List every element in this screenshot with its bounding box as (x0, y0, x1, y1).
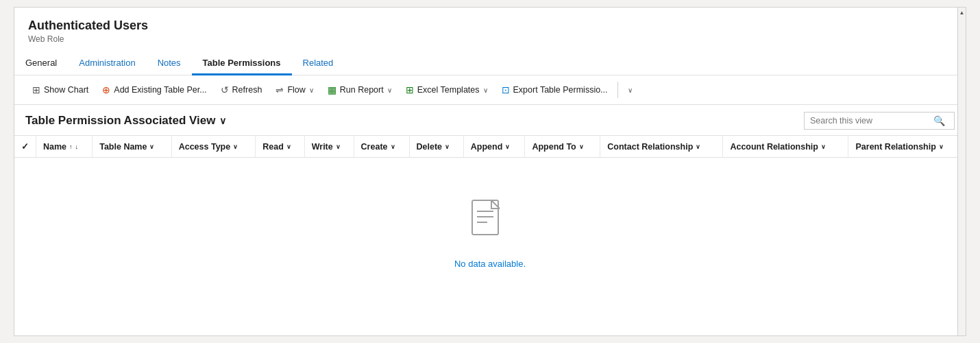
delete-chevron-icon: ∨ (445, 143, 450, 150)
show-chart-icon: ⊞ (32, 84, 40, 95)
export-table-button[interactable]: ⊡ Export Table Permissio... (495, 81, 615, 99)
check-icon: ✓ (21, 141, 29, 152)
view-title-chevron-icon[interactable]: ∨ (219, 115, 226, 126)
table-name-chevron-icon: ∨ (149, 143, 154, 150)
refresh-button[interactable]: ↺ Refresh (214, 81, 269, 99)
toolbar-separator (617, 82, 618, 98)
run-report-button[interactable]: ▦ Run Report ∨ (321, 81, 399, 99)
col-append-to[interactable]: Append To ∨ (525, 136, 600, 158)
col-delete[interactable]: Delete ∨ (409, 136, 463, 158)
create-chevron-icon: ∨ (391, 143, 395, 150)
col-create[interactable]: Create ∨ (354, 136, 409, 158)
account-rel-chevron-icon: ∨ (821, 143, 826, 150)
refresh-label: Refresh (232, 85, 262, 95)
flow-button[interactable]: ⇌ Flow ∨ (269, 81, 320, 99)
toolbar: ⊞ Show Chart ⊕ Add Existing Table Per...… (14, 75, 966, 105)
more-chevron-icon: ∨ (628, 86, 633, 94)
read-chevron-icon: ∨ (286, 143, 291, 150)
col-table-name[interactable]: Table Name ∨ (93, 136, 172, 158)
export-icon: ⊡ (502, 84, 510, 95)
run-report-icon: ▦ (328, 84, 336, 95)
excel-templates-button[interactable]: ⊞ Excel Templates ∨ (399, 81, 495, 99)
excel-templates-icon: ⊞ (406, 84, 414, 95)
tab-related[interactable]: Related (292, 52, 345, 75)
flow-label: Flow (287, 85, 305, 95)
run-report-chevron-icon: ∨ (387, 86, 392, 94)
tab-table-permissions[interactable]: Table Permissions (192, 52, 292, 75)
tab-general[interactable]: General (14, 52, 68, 75)
entity-subtitle: Web Role (28, 34, 952, 44)
run-report-label: Run Report (340, 85, 384, 95)
more-button[interactable]: ∨ (621, 83, 639, 97)
col-append[interactable]: Append ∨ (463, 136, 525, 158)
add-existing-button[interactable]: ⊕ Add Existing Table Per... (95, 81, 213, 99)
col-account-relationship[interactable]: Account Relationship ∨ (723, 136, 848, 158)
view-title: Table Permission Associated View ∨ (25, 114, 226, 128)
append-chevron-icon: ∨ (505, 143, 510, 150)
excel-templates-label: Excel Templates (417, 85, 480, 95)
access-type-chevron-icon: ∨ (233, 143, 238, 150)
search-icon[interactable]: 🔍 (933, 115, 945, 126)
view-title-text: Table Permission Associated View (25, 114, 215, 128)
scroll-up-arrow[interactable]: ▲ (958, 8, 966, 18)
col-read[interactable]: Read ∨ (256, 136, 304, 158)
show-chart-button[interactable]: ⊞ Show Chart (25, 81, 95, 99)
name-sort-desc-icon: ↓ (75, 143, 79, 150)
append-to-chevron-icon: ∨ (579, 143, 584, 150)
tab-bar: General Administration Notes Table Permi… (14, 52, 966, 75)
search-box: 🔍 (804, 112, 955, 130)
col-parent-relationship[interactable]: Parent Relationship ∨ (848, 136, 966, 158)
empty-state: No data available. (14, 158, 966, 310)
table-header-row: ✓ Name ↑ ↓ Table Name ∨ (14, 136, 966, 158)
col-access-type[interactable]: Access Type ∨ (171, 136, 256, 158)
export-label: Export Table Permissio... (513, 85, 608, 95)
add-existing-label: Add Existing Table Per... (114, 85, 206, 95)
excel-chevron-icon: ∨ (483, 86, 488, 94)
flow-icon: ⇌ (275, 84, 284, 95)
scrollbar[interactable]: ▲ (957, 8, 966, 335)
write-chevron-icon: ∨ (336, 143, 341, 150)
flow-chevron-icon: ∨ (309, 86, 314, 94)
show-chart-label: Show Chart (44, 85, 88, 95)
entity-header: Authenticated Users Web Role (14, 8, 966, 44)
parent-rel-chevron-icon: ∨ (939, 143, 944, 150)
search-input[interactable] (810, 116, 933, 126)
col-contact-relationship[interactable]: Contact Relationship ∨ (600, 136, 723, 158)
tab-notes[interactable]: Notes (147, 52, 192, 75)
empty-state-icon (471, 199, 509, 250)
name-sort-asc-icon: ↑ (69, 143, 73, 150)
empty-state-message: No data available. (454, 259, 526, 269)
tab-administration[interactable]: Administration (68, 52, 146, 75)
refresh-icon: ↺ (221, 84, 229, 95)
view-header: Table Permission Associated View ∨ 🔍 (14, 105, 966, 135)
col-write[interactable]: Write ∨ (304, 136, 354, 158)
checkbox-header[interactable]: ✓ (14, 136, 36, 158)
main-card: Authenticated Users Web Role General Adm… (14, 7, 966, 336)
entity-title: Authenticated Users (28, 19, 952, 33)
col-name[interactable]: Name ↑ ↓ (36, 136, 93, 158)
contact-rel-chevron-icon: ∨ (696, 143, 700, 150)
table-container: ✓ Name ↑ ↓ Table Name ∨ (14, 135, 966, 310)
data-table: ✓ Name ↑ ↓ Table Name ∨ (14, 135, 966, 158)
add-existing-icon: ⊕ (102, 84, 110, 95)
